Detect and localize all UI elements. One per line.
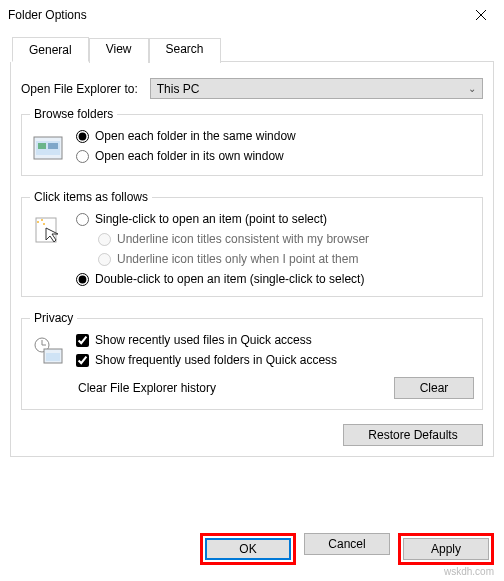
apply-button[interactable]: Apply (403, 538, 489, 560)
underline-browser-radio (98, 233, 111, 246)
restore-row: Restore Defaults (21, 424, 483, 446)
browse-folders-legend: Browse folders (30, 107, 117, 121)
single-click-radio[interactable] (76, 213, 89, 226)
svg-rect-15 (46, 353, 60, 361)
svg-point-10 (43, 223, 45, 225)
privacy-icon (30, 333, 66, 369)
recent-files-checkbox[interactable] (76, 334, 89, 347)
svg-point-9 (37, 221, 39, 223)
open-explorer-value: This PC (157, 82, 200, 96)
watermark: wskdh.com (444, 566, 494, 577)
dialog-footer: OK Cancel Apply (200, 533, 494, 565)
browse-same-option[interactable]: Open each folder in the same window (76, 129, 296, 143)
browse-own-option[interactable]: Open each folder in its own window (76, 149, 296, 163)
open-explorer-dropdown[interactable]: This PC ⌄ (150, 78, 483, 99)
privacy-group: Privacy Show recently used files in Quic… (21, 311, 483, 410)
double-click-radio[interactable] (76, 273, 89, 286)
tab-strip: General View Search (12, 36, 494, 62)
underline-point-label: Underline icon titles only when I point … (117, 252, 358, 266)
frequent-folders-checkbox[interactable] (76, 354, 89, 367)
chevron-down-icon: ⌄ (468, 83, 476, 94)
recent-files-label: Show recently used files in Quick access (95, 333, 312, 347)
folder-icon (30, 129, 66, 165)
browse-own-label: Open each folder in its own window (95, 149, 284, 163)
svg-rect-5 (48, 143, 58, 149)
browse-folders-group: Browse folders Open each folder in the s… (21, 107, 483, 176)
restore-defaults-button[interactable]: Restore Defaults (343, 424, 483, 446)
single-click-option[interactable]: Single-click to open an item (point to s… (76, 212, 369, 226)
general-panel: Open File Explorer to: This PC ⌄ Browse … (10, 62, 494, 457)
double-click-label: Double-click to open an item (single-cli… (95, 272, 364, 286)
underline-browser-option: Underline icon titles consistent with my… (98, 232, 369, 246)
window-title: Folder Options (8, 8, 87, 22)
browse-own-radio[interactable] (76, 150, 89, 163)
cancel-button[interactable]: Cancel (304, 533, 390, 555)
click-icon (30, 212, 66, 248)
double-click-option[interactable]: Double-click to open an item (single-cli… (76, 272, 369, 286)
open-explorer-row: Open File Explorer to: This PC ⌄ (21, 78, 483, 99)
click-items-group: Click items as follows Single-click to o… (21, 190, 483, 297)
open-explorer-label: Open File Explorer to: (21, 82, 138, 96)
browse-same-label: Open each folder in the same window (95, 129, 296, 143)
click-items-legend: Click items as follows (30, 190, 152, 204)
svg-rect-4 (38, 143, 46, 149)
privacy-legend: Privacy (30, 311, 77, 325)
clear-button[interactable]: Clear (394, 377, 474, 399)
single-click-label: Single-click to open an item (point to s… (95, 212, 327, 226)
close-button[interactable] (458, 0, 504, 30)
underline-point-radio (98, 253, 111, 266)
tab-view[interactable]: View (89, 38, 149, 63)
underline-point-option: Underline icon titles only when I point … (98, 252, 369, 266)
frequent-folders-option[interactable]: Show frequently used folders in Quick ac… (76, 353, 474, 367)
svg-point-8 (41, 219, 43, 221)
tab-search[interactable]: Search (149, 38, 221, 63)
dialog-content: General View Search Open File Explorer t… (0, 30, 504, 457)
tab-general[interactable]: General (12, 37, 89, 62)
recent-files-option[interactable]: Show recently used files in Quick access (76, 333, 474, 347)
clear-history-row: Clear File Explorer history Clear (78, 377, 474, 399)
frequent-folders-label: Show frequently used folders in Quick ac… (95, 353, 337, 367)
clear-history-label: Clear File Explorer history (78, 381, 216, 395)
underline-browser-label: Underline icon titles consistent with my… (117, 232, 369, 246)
ok-highlight: OK (200, 533, 296, 565)
titlebar: Folder Options (0, 0, 504, 30)
browse-same-radio[interactable] (76, 130, 89, 143)
close-icon (476, 10, 486, 20)
ok-button[interactable]: OK (205, 538, 291, 560)
apply-highlight: Apply (398, 533, 494, 565)
